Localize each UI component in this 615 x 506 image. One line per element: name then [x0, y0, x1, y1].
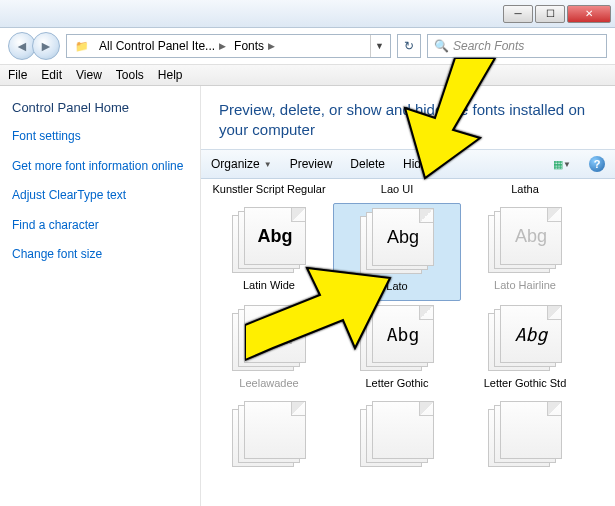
search-input[interactable]: 🔍 Search Fonts	[427, 34, 607, 58]
view-options-button[interactable]: ▦ ▼	[553, 155, 571, 173]
font-item-letter-gothic-std[interactable]: Abg Letter Gothic Std	[461, 301, 589, 397]
help-icon[interactable]: ?	[589, 156, 605, 172]
font-label: Letter Gothic	[335, 377, 459, 389]
font-icon	[358, 401, 436, 469]
font-item[interactable]: Kunstler Script Regular	[205, 179, 333, 203]
font-icon: Abg	[230, 207, 308, 275]
menu-view[interactable]: View	[76, 68, 102, 82]
font-item[interactable]: Lao UI	[333, 179, 461, 203]
font-item[interactable]	[461, 397, 589, 481]
font-icon	[230, 401, 308, 469]
font-item-lato-hairline[interactable]: Abg Lato Hairline	[461, 203, 589, 301]
font-icon: Abg	[486, 305, 564, 373]
minimize-button[interactable]: ─	[503, 5, 533, 23]
font-item[interactable]	[205, 397, 333, 481]
font-item[interactable]	[333, 397, 461, 481]
refresh-button[interactable]: ↻	[397, 34, 421, 58]
font-icon: กคฎ	[230, 305, 308, 373]
sidebar: Control Panel Home Font settings Get mor…	[0, 86, 200, 506]
font-icon	[486, 401, 564, 469]
font-icon: Abg	[358, 208, 436, 276]
folder-icon: 📁	[73, 37, 91, 55]
nav-row: ◄ ► 📁 All Control Panel Ite...▶ Fonts▶ ▼…	[0, 28, 615, 64]
address-bar[interactable]: 📁 All Control Panel Ite...▶ Fonts▶ ▼	[66, 34, 391, 58]
hide-button[interactable]: Hide	[403, 157, 428, 171]
delete-button[interactable]: Delete	[350, 157, 385, 171]
font-item-letter-gothic[interactable]: Abg Letter Gothic	[333, 301, 461, 397]
close-button[interactable]: ✕	[567, 5, 611, 23]
font-label: Leelawadee	[207, 377, 331, 389]
maximize-button[interactable]: ☐	[535, 5, 565, 23]
toolbar: Organize▼ Preview Delete Hide ▦ ▼ ?	[201, 149, 615, 179]
menu-help[interactable]: Help	[158, 68, 183, 82]
font-icon: Abg	[486, 207, 564, 275]
sidebar-header: Control Panel Home	[12, 100, 188, 115]
menu-file[interactable]: File	[8, 68, 27, 82]
content-pane: Preview, delete, or show and hide the fo…	[200, 86, 615, 506]
font-item-lato[interactable]: Abg Lato	[333, 203, 461, 301]
font-grid: Kunstler Script Regular Lao UI Latha Abg	[201, 179, 615, 506]
font-item[interactable]: Latha	[461, 179, 589, 203]
sidebar-link-cleartype[interactable]: Adjust ClearType text	[12, 188, 188, 204]
forward-button[interactable]: ►	[32, 32, 60, 60]
sidebar-link-more-info[interactable]: Get more font information online	[12, 159, 188, 175]
search-placeholder: Search Fonts	[453, 39, 524, 53]
menu-bar: File Edit View Tools Help	[0, 64, 615, 86]
sidebar-link-find-char[interactable]: Find a character	[12, 218, 188, 234]
organize-button[interactable]: Organize▼	[211, 157, 272, 171]
search-icon: 🔍	[434, 39, 449, 53]
font-label: Lato	[336, 280, 458, 292]
font-label: Latha	[463, 183, 587, 195]
sidebar-link-change-size[interactable]: Change font size	[12, 247, 188, 263]
font-item-leelawadee[interactable]: กคฎ Leelawadee	[205, 301, 333, 397]
font-label: Lato Hairline	[463, 279, 587, 291]
breadcrumb-segment[interactable]: All Control Panel Ite...▶	[95, 39, 230, 53]
font-icon: Abg	[358, 305, 436, 373]
menu-tools[interactable]: Tools	[116, 68, 144, 82]
font-item-latin-wide[interactable]: Abg Latin Wide	[205, 203, 333, 301]
menu-edit[interactable]: Edit	[41, 68, 62, 82]
font-label: Kunstler Script Regular	[207, 183, 331, 195]
sidebar-link-font-settings[interactable]: Font settings	[12, 129, 188, 145]
preview-button[interactable]: Preview	[290, 157, 333, 171]
address-dropdown[interactable]: ▼	[370, 35, 388, 57]
titlebar: ─ ☐ ✕	[0, 0, 615, 28]
font-label: Lao UI	[335, 183, 459, 195]
font-label: Letter Gothic Std	[463, 377, 587, 389]
breadcrumb-segment[interactable]: Fonts▶	[230, 39, 279, 53]
page-title: Preview, delete, or show and hide the fo…	[201, 86, 615, 149]
font-label: Latin Wide	[207, 279, 331, 291]
